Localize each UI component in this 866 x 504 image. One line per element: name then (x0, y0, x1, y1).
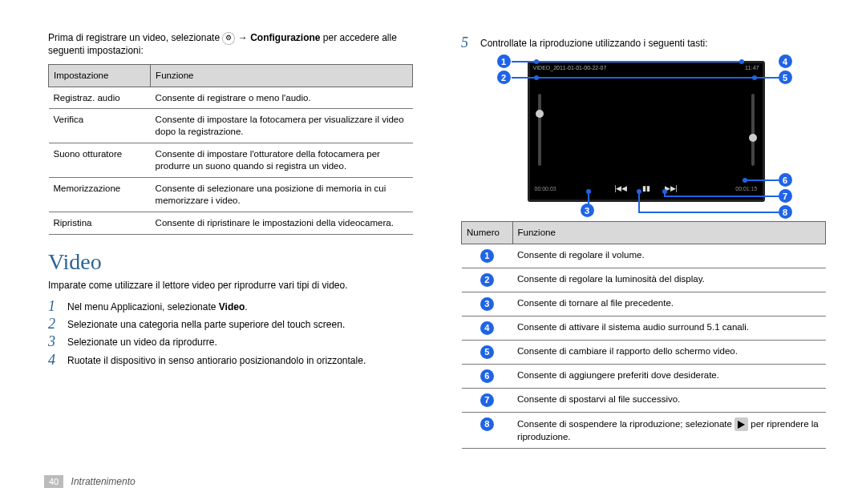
brightness-slider[interactable] (751, 94, 755, 166)
func-header-val: Funzione (512, 222, 825, 244)
table-row: Registraz. audioConsente di registrare o… (49, 87, 413, 109)
circle-num: 1 (480, 249, 494, 263)
functions-table: Numero Funzione 1Consente di regolare il… (461, 221, 826, 449)
cell: Verifica (49, 109, 151, 143)
step-text: Controllate la riproduzione utilizzando … (480, 35, 708, 50)
cell: Consente di regolare la luminosità del d… (512, 268, 825, 292)
settings-header-val: Funzione (151, 64, 413, 87)
step-num: 2 (48, 317, 61, 331)
circle-num: 6 (779, 173, 792, 187)
callout-dot (534, 59, 539, 64)
play-icon (734, 417, 748, 431)
list-item: 1 Nel menu Applicazioni, selezionate Vid… (48, 299, 413, 313)
callout-label-8: 8 (779, 205, 792, 219)
page-number: 40 (44, 475, 63, 488)
cell: Consente di selezionare una posizione di… (151, 178, 413, 212)
table-row: 2Consente di regolare la luminosità del … (462, 268, 826, 292)
table-row: Suono otturatoreConsente di impostare l'… (49, 143, 413, 178)
footer-section: Intrattenimento (71, 476, 136, 487)
table-row: 7Consente di spostarvi al file successiv… (462, 389, 826, 413)
circle-num: 1 (497, 54, 511, 68)
circle-num: 8 (779, 205, 792, 219)
callout-dot (752, 75, 757, 80)
table-row: 4Consente di attivare il sistema audio s… (462, 317, 826, 341)
circle-num: 7 (779, 189, 792, 203)
callout-line (512, 61, 744, 62)
step-num: 3 (48, 334, 61, 349)
list-item: 5 Controllate la riproduzione utilizzand… (461, 35, 826, 50)
table-row: MemorizzazioneConsente di selezionare un… (49, 178, 413, 212)
circle-num: 5 (779, 71, 792, 84)
callout-dot (743, 178, 747, 183)
footer: 40 Intrattenimento (44, 475, 136, 488)
status-right: 11:47 (745, 65, 759, 73)
time-total: 00:01:15 (735, 186, 757, 192)
circle-num: 5 (480, 345, 494, 359)
callout-dot (662, 189, 667, 194)
circle-num: 7 (480, 393, 494, 407)
cell: Consente di ripristinare le impostazioni… (151, 212, 413, 235)
intro-bold: Configurazione (250, 32, 320, 43)
video-body: Imparate come utilizzare il lettore vide… (48, 280, 413, 291)
video-player-diagram: VIDEO_2011-01-01-00-22-07 11:47 00:00:03… (480, 53, 808, 213)
cell: Consente di tornare al file precedente. (512, 292, 825, 317)
step-text: Ruotate il dispositivo in senso antiorar… (67, 353, 366, 367)
callout-label-3: 3 (581, 204, 594, 217)
cell: Consente di impostare l'otturatore della… (151, 143, 413, 178)
callout-label-1: 1 (497, 54, 511, 68)
time-elapsed: 00:00:03 (535, 186, 556, 192)
cell: Consente di aggiungere preferiti dove de… (512, 365, 825, 389)
prev-icon[interactable]: |◀◀ (614, 184, 627, 192)
circle-num: 8 (480, 417, 494, 431)
callout-line (664, 196, 784, 197)
table-row: VerificaConsente di impostare la fotocam… (49, 109, 413, 143)
intro-pre: Prima di registrare un video, selezionat… (48, 32, 222, 43)
circle-num: 4 (480, 321, 494, 335)
callout-label-5: 5 (779, 71, 792, 84)
cell: Memorizzazione (49, 178, 151, 212)
slider-knob[interactable] (749, 134, 757, 142)
slider-knob[interactable] (536, 110, 544, 118)
status-bar: VIDEO_2011-01-01-00-22-07 11:47 (530, 63, 763, 75)
circle-num: 6 (480, 369, 494, 383)
table-row: RipristinaConsente di ripristinare le im… (49, 212, 413, 235)
list-item: 2 Selezionate una categoria nella parte … (48, 317, 413, 331)
table-row: 3Consente di tornare al file precedente. (462, 292, 826, 317)
heading-video: Video (48, 249, 413, 275)
callout-label-2: 2 (497, 71, 511, 84)
t: Consente di sospendere la riproduzione; … (517, 419, 734, 429)
cell: Registraz. audio (49, 87, 151, 109)
callout-dot (739, 59, 744, 64)
cell: Consente di regolare il volume. (512, 244, 825, 268)
step-num: 4 (48, 353, 61, 367)
step-list: 1 Nel menu Applicazioni, selezionate Vid… (48, 299, 413, 367)
cell: Suono otturatore (49, 143, 151, 178)
step-num: 5 (461, 35, 474, 50)
step-text: Selezionate un video da riprodurre. (67, 334, 217, 349)
volume-slider[interactable] (538, 94, 541, 166)
table-row: 8 Consente di sospendere la riproduzione… (462, 413, 826, 449)
cell: Consente di impostare la fotocamera per … (151, 109, 413, 143)
callout-line (638, 212, 784, 213)
callout-line (512, 77, 784, 79)
pause-icon[interactable]: ▮▮ (642, 184, 650, 192)
t: Video (219, 301, 245, 312)
cell: Consente di sospendere la riproduzione; … (512, 413, 825, 449)
callout-label-6: 6 (779, 173, 792, 187)
circle-num: 3 (480, 297, 494, 311)
step-text: Nel menu Applicazioni, selezionate Video… (67, 299, 248, 313)
video-player-screen: VIDEO_2011-01-01-00-22-07 11:47 00:00:03… (528, 61, 765, 202)
cell: Consente di attivare il sistema audio su… (512, 317, 825, 341)
step-num: 1 (48, 299, 61, 313)
t: Nel menu Applicazioni, selezionate (67, 301, 219, 312)
settings-table: Impostazione Funzione Registraz. audioCo… (48, 64, 413, 235)
table-row: 1Consente di regolare il volume. (462, 244, 826, 268)
circle-num: 2 (497, 71, 511, 84)
callout-dot (534, 75, 539, 80)
callout-label-7: 7 (779, 189, 792, 203)
table-row: 6Consente di aggiungere preferiti dove d… (462, 365, 826, 389)
table-row: 5Consente di cambiare il rapporto dello … (462, 341, 826, 365)
callout-line (638, 191, 640, 212)
intro-text: Prima di registrare un video, selezionat… (48, 32, 413, 58)
gear-icon: ⚙ (222, 32, 235, 45)
